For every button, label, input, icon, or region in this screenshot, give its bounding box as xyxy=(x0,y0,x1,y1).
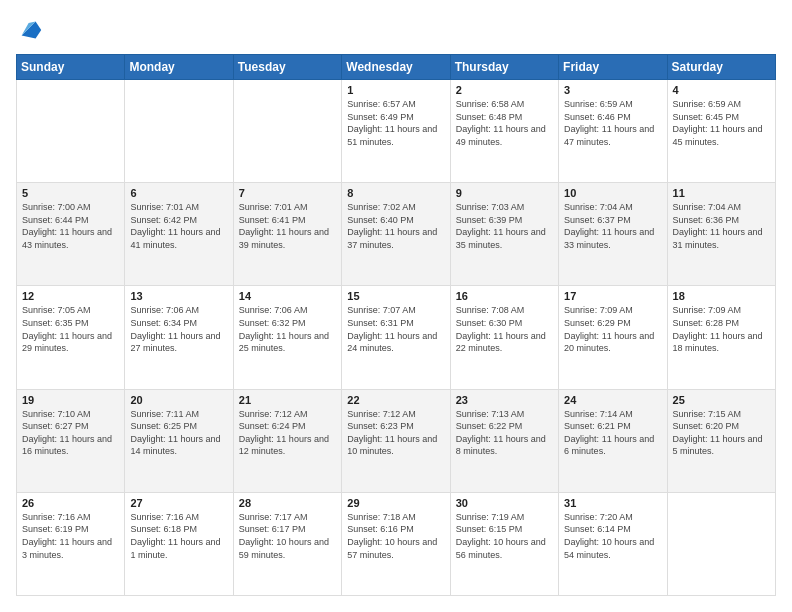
calendar-cell: 27Sunrise: 7:16 AM Sunset: 6:18 PM Dayli… xyxy=(125,492,233,595)
header xyxy=(16,16,776,44)
calendar-header-tuesday: Tuesday xyxy=(233,55,341,80)
day-info: Sunrise: 7:04 AM Sunset: 6:36 PM Dayligh… xyxy=(673,201,770,251)
day-info: Sunrise: 7:09 AM Sunset: 6:28 PM Dayligh… xyxy=(673,304,770,354)
calendar-cell xyxy=(233,80,341,183)
day-info: Sunrise: 7:20 AM Sunset: 6:14 PM Dayligh… xyxy=(564,511,661,561)
calendar-cell: 29Sunrise: 7:18 AM Sunset: 6:16 PM Dayli… xyxy=(342,492,450,595)
calendar-cell: 13Sunrise: 7:06 AM Sunset: 6:34 PM Dayli… xyxy=(125,286,233,389)
day-number: 6 xyxy=(130,187,227,199)
calendar-cell: 14Sunrise: 7:06 AM Sunset: 6:32 PM Dayli… xyxy=(233,286,341,389)
calendar-header-friday: Friday xyxy=(559,55,667,80)
day-number: 23 xyxy=(456,394,553,406)
day-number: 20 xyxy=(130,394,227,406)
calendar-header-row: SundayMondayTuesdayWednesdayThursdayFrid… xyxy=(17,55,776,80)
calendar-header-thursday: Thursday xyxy=(450,55,558,80)
calendar-cell: 15Sunrise: 7:07 AM Sunset: 6:31 PM Dayli… xyxy=(342,286,450,389)
day-info: Sunrise: 7:00 AM Sunset: 6:44 PM Dayligh… xyxy=(22,201,119,251)
day-number: 5 xyxy=(22,187,119,199)
calendar-cell xyxy=(667,492,775,595)
day-number: 16 xyxy=(456,290,553,302)
calendar-cell: 26Sunrise: 7:16 AM Sunset: 6:19 PM Dayli… xyxy=(17,492,125,595)
day-info: Sunrise: 7:08 AM Sunset: 6:30 PM Dayligh… xyxy=(456,304,553,354)
day-info: Sunrise: 6:59 AM Sunset: 6:46 PM Dayligh… xyxy=(564,98,661,148)
day-number: 1 xyxy=(347,84,444,96)
day-info: Sunrise: 7:07 AM Sunset: 6:31 PM Dayligh… xyxy=(347,304,444,354)
day-info: Sunrise: 7:06 AM Sunset: 6:34 PM Dayligh… xyxy=(130,304,227,354)
day-info: Sunrise: 7:16 AM Sunset: 6:18 PM Dayligh… xyxy=(130,511,227,561)
day-info: Sunrise: 7:06 AM Sunset: 6:32 PM Dayligh… xyxy=(239,304,336,354)
day-number: 9 xyxy=(456,187,553,199)
day-number: 17 xyxy=(564,290,661,302)
day-number: 29 xyxy=(347,497,444,509)
day-info: Sunrise: 7:10 AM Sunset: 6:27 PM Dayligh… xyxy=(22,408,119,458)
calendar-cell: 6Sunrise: 7:01 AM Sunset: 6:42 PM Daylig… xyxy=(125,183,233,286)
day-number: 28 xyxy=(239,497,336,509)
day-info: Sunrise: 7:03 AM Sunset: 6:39 PM Dayligh… xyxy=(456,201,553,251)
calendar-cell: 11Sunrise: 7:04 AM Sunset: 6:36 PM Dayli… xyxy=(667,183,775,286)
calendar-week-row: 19Sunrise: 7:10 AM Sunset: 6:27 PM Dayli… xyxy=(17,389,776,492)
day-number: 3 xyxy=(564,84,661,96)
day-info: Sunrise: 7:17 AM Sunset: 6:17 PM Dayligh… xyxy=(239,511,336,561)
day-info: Sunrise: 6:57 AM Sunset: 6:49 PM Dayligh… xyxy=(347,98,444,148)
day-number: 2 xyxy=(456,84,553,96)
day-number: 19 xyxy=(22,394,119,406)
day-number: 31 xyxy=(564,497,661,509)
day-info: Sunrise: 7:14 AM Sunset: 6:21 PM Dayligh… xyxy=(564,408,661,458)
calendar-cell xyxy=(17,80,125,183)
calendar-cell: 31Sunrise: 7:20 AM Sunset: 6:14 PM Dayli… xyxy=(559,492,667,595)
day-info: Sunrise: 7:15 AM Sunset: 6:20 PM Dayligh… xyxy=(673,408,770,458)
day-number: 13 xyxy=(130,290,227,302)
calendar-cell: 21Sunrise: 7:12 AM Sunset: 6:24 PM Dayli… xyxy=(233,389,341,492)
calendar-week-row: 12Sunrise: 7:05 AM Sunset: 6:35 PM Dayli… xyxy=(17,286,776,389)
day-number: 27 xyxy=(130,497,227,509)
day-info: Sunrise: 6:58 AM Sunset: 6:48 PM Dayligh… xyxy=(456,98,553,148)
calendar-cell: 8Sunrise: 7:02 AM Sunset: 6:40 PM Daylig… xyxy=(342,183,450,286)
calendar-header-wednesday: Wednesday xyxy=(342,55,450,80)
logo-icon xyxy=(16,16,44,44)
day-info: Sunrise: 6:59 AM Sunset: 6:45 PM Dayligh… xyxy=(673,98,770,148)
calendar-week-row: 26Sunrise: 7:16 AM Sunset: 6:19 PM Dayli… xyxy=(17,492,776,595)
day-number: 15 xyxy=(347,290,444,302)
calendar-cell: 30Sunrise: 7:19 AM Sunset: 6:15 PM Dayli… xyxy=(450,492,558,595)
logo xyxy=(16,16,48,44)
calendar-cell: 25Sunrise: 7:15 AM Sunset: 6:20 PM Dayli… xyxy=(667,389,775,492)
calendar-cell: 3Sunrise: 6:59 AM Sunset: 6:46 PM Daylig… xyxy=(559,80,667,183)
calendar-week-row: 5Sunrise: 7:00 AM Sunset: 6:44 PM Daylig… xyxy=(17,183,776,286)
calendar-header-sunday: Sunday xyxy=(17,55,125,80)
day-info: Sunrise: 7:01 AM Sunset: 6:41 PM Dayligh… xyxy=(239,201,336,251)
page: SundayMondayTuesdayWednesdayThursdayFrid… xyxy=(0,0,792,612)
calendar-header-monday: Monday xyxy=(125,55,233,80)
day-number: 26 xyxy=(22,497,119,509)
day-info: Sunrise: 7:12 AM Sunset: 6:23 PM Dayligh… xyxy=(347,408,444,458)
calendar-header-saturday: Saturday xyxy=(667,55,775,80)
day-number: 10 xyxy=(564,187,661,199)
day-number: 30 xyxy=(456,497,553,509)
day-info: Sunrise: 7:04 AM Sunset: 6:37 PM Dayligh… xyxy=(564,201,661,251)
day-info: Sunrise: 7:18 AM Sunset: 6:16 PM Dayligh… xyxy=(347,511,444,561)
day-number: 14 xyxy=(239,290,336,302)
calendar-cell: 5Sunrise: 7:00 AM Sunset: 6:44 PM Daylig… xyxy=(17,183,125,286)
day-info: Sunrise: 7:12 AM Sunset: 6:24 PM Dayligh… xyxy=(239,408,336,458)
day-number: 12 xyxy=(22,290,119,302)
calendar-cell: 22Sunrise: 7:12 AM Sunset: 6:23 PM Dayli… xyxy=(342,389,450,492)
calendar-week-row: 1Sunrise: 6:57 AM Sunset: 6:49 PM Daylig… xyxy=(17,80,776,183)
calendar-cell: 23Sunrise: 7:13 AM Sunset: 6:22 PM Dayli… xyxy=(450,389,558,492)
calendar-cell: 28Sunrise: 7:17 AM Sunset: 6:17 PM Dayli… xyxy=(233,492,341,595)
day-number: 25 xyxy=(673,394,770,406)
day-number: 8 xyxy=(347,187,444,199)
day-number: 21 xyxy=(239,394,336,406)
calendar-cell: 10Sunrise: 7:04 AM Sunset: 6:37 PM Dayli… xyxy=(559,183,667,286)
day-info: Sunrise: 7:02 AM Sunset: 6:40 PM Dayligh… xyxy=(347,201,444,251)
calendar-table: SundayMondayTuesdayWednesdayThursdayFrid… xyxy=(16,54,776,596)
day-info: Sunrise: 7:01 AM Sunset: 6:42 PM Dayligh… xyxy=(130,201,227,251)
day-number: 24 xyxy=(564,394,661,406)
day-number: 11 xyxy=(673,187,770,199)
day-number: 18 xyxy=(673,290,770,302)
day-info: Sunrise: 7:11 AM Sunset: 6:25 PM Dayligh… xyxy=(130,408,227,458)
day-info: Sunrise: 7:09 AM Sunset: 6:29 PM Dayligh… xyxy=(564,304,661,354)
calendar-cell: 20Sunrise: 7:11 AM Sunset: 6:25 PM Dayli… xyxy=(125,389,233,492)
calendar-cell: 7Sunrise: 7:01 AM Sunset: 6:41 PM Daylig… xyxy=(233,183,341,286)
calendar-cell xyxy=(125,80,233,183)
day-number: 4 xyxy=(673,84,770,96)
calendar-cell: 17Sunrise: 7:09 AM Sunset: 6:29 PM Dayli… xyxy=(559,286,667,389)
